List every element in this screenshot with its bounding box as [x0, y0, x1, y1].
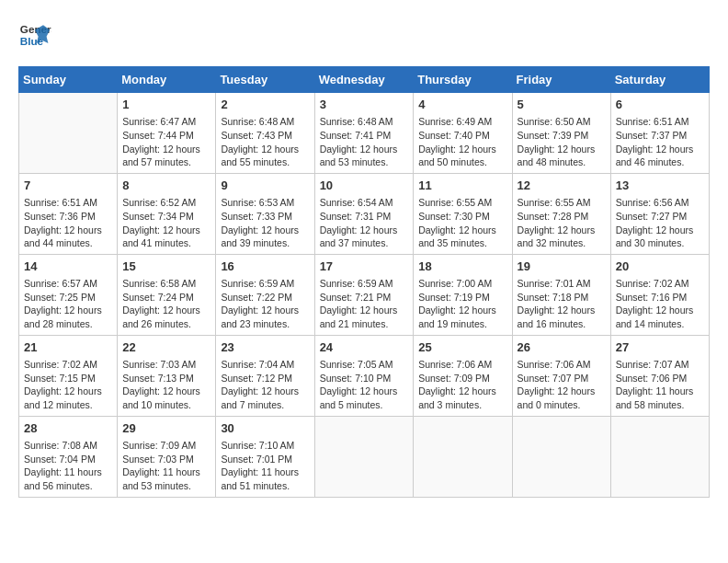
day-number: 9: [221, 178, 309, 194]
day-info: Sunset: 7:04 PM: [24, 453, 112, 466]
day-info: Sunrise: 6:53 AM: [221, 196, 309, 210]
day-info: Sunrise: 7:04 AM: [221, 358, 309, 372]
calendar-cell: 24Sunrise: 7:05 AMSunset: 7:10 PMDayligh…: [314, 335, 414, 416]
calendar-table: SundayMondayTuesdayWednesdayThursdayFrid…: [18, 66, 710, 498]
day-info: Sunrise: 7:01 AM: [518, 277, 606, 291]
calendar-cell: 7Sunrise: 6:51 AMSunset: 7:36 PMDaylight…: [19, 173, 118, 254]
day-info: Sunrise: 7:06 AM: [418, 358, 506, 372]
weekday-header-saturday: Saturday: [610, 67, 709, 93]
calendar-cell: 14Sunrise: 6:57 AMSunset: 7:25 PMDayligh…: [19, 254, 118, 335]
calendar-cell: 18Sunrise: 7:00 AMSunset: 7:19 PMDayligh…: [414, 254, 512, 335]
day-info: Daylight: 12 hours and 48 minutes.: [518, 143, 606, 169]
day-info: Sunrise: 7:10 AM: [221, 439, 309, 453]
day-info: Sunset: 7:39 PM: [518, 129, 606, 143]
calendar-cell: 3Sunrise: 6:48 AMSunset: 7:41 PMDaylight…: [314, 93, 414, 174]
weekday-header-monday: Monday: [118, 67, 216, 93]
calendar-cell: 21Sunrise: 7:02 AMSunset: 7:15 PMDayligh…: [19, 335, 118, 416]
day-info: Sunset: 7:16 PM: [616, 291, 704, 304]
calendar-cell: 25Sunrise: 7:06 AMSunset: 7:09 PMDayligh…: [414, 335, 512, 416]
weekday-header-friday: Friday: [512, 67, 610, 93]
day-info: Sunset: 7:36 PM: [24, 210, 112, 224]
day-info: Daylight: 12 hours and 19 minutes.: [418, 304, 506, 330]
day-info: Daylight: 12 hours and 21 minutes.: [320, 304, 409, 330]
day-info: Daylight: 12 hours and 23 minutes.: [221, 304, 309, 330]
day-info: Daylight: 12 hours and 10 minutes.: [122, 385, 210, 411]
day-number: 19: [518, 259, 606, 275]
day-number: 28: [24, 420, 112, 437]
day-info: Sunrise: 6:47 AM: [122, 115, 210, 129]
day-number: 17: [320, 259, 409, 275]
day-info: Sunset: 7:27 PM: [616, 210, 704, 224]
day-number: 7: [24, 178, 112, 194]
day-info: Sunrise: 6:57 AM: [24, 277, 112, 291]
day-info: Sunset: 7:37 PM: [616, 129, 704, 143]
day-info: Sunset: 7:28 PM: [518, 210, 606, 224]
day-info: Daylight: 12 hours and 44 minutes.: [24, 224, 112, 250]
day-number: 6: [616, 97, 704, 113]
day-info: Sunrise: 6:56 AM: [616, 196, 704, 210]
day-number: 25: [418, 339, 506, 356]
day-info: Daylight: 12 hours and 55 minutes.: [221, 143, 309, 169]
day-number: 24: [320, 339, 409, 356]
calendar-cell: 8Sunrise: 6:52 AMSunset: 7:34 PMDaylight…: [118, 173, 216, 254]
day-number: 15: [122, 259, 210, 275]
calendar-cell: 23Sunrise: 7:04 AMSunset: 7:12 PMDayligh…: [216, 335, 314, 416]
day-number: 12: [518, 178, 606, 194]
day-info: Sunrise: 6:51 AM: [616, 115, 704, 129]
calendar-cell: 11Sunrise: 6:55 AMSunset: 7:30 PMDayligh…: [414, 173, 512, 254]
day-info: Sunrise: 7:02 AM: [24, 358, 112, 372]
day-info: Daylight: 11 hours and 56 minutes.: [24, 465, 112, 492]
day-info: Sunrise: 6:50 AM: [518, 115, 606, 129]
day-info: Sunrise: 6:58 AM: [122, 277, 210, 291]
calendar-cell: 27Sunrise: 7:07 AMSunset: 7:06 PMDayligh…: [610, 335, 709, 416]
calendar-cell: 10Sunrise: 6:54 AMSunset: 7:31 PMDayligh…: [314, 173, 414, 254]
day-number: 26: [518, 339, 606, 356]
calendar-cell: 28Sunrise: 7:08 AMSunset: 7:04 PMDayligh…: [19, 416, 118, 497]
day-info: Sunset: 7:25 PM: [24, 291, 112, 304]
calendar-cell: 17Sunrise: 6:59 AMSunset: 7:21 PMDayligh…: [314, 254, 414, 335]
day-info: Sunrise: 7:03 AM: [122, 358, 210, 372]
calendar-cell: 2Sunrise: 6:48 AMSunset: 7:43 PMDaylight…: [216, 93, 314, 174]
day-info: Sunset: 7:34 PM: [122, 210, 210, 224]
weekday-header-thursday: Thursday: [414, 67, 512, 93]
day-number: 29: [122, 420, 210, 437]
day-info: Daylight: 12 hours and 5 minutes.: [320, 385, 409, 411]
day-info: Sunset: 7:24 PM: [122, 291, 210, 304]
day-info: Sunset: 7:12 PM: [221, 372, 309, 385]
calendar-cell: 12Sunrise: 6:55 AMSunset: 7:28 PMDayligh…: [512, 173, 610, 254]
day-info: Sunrise: 7:05 AM: [320, 358, 409, 372]
day-info: Daylight: 12 hours and 26 minutes.: [122, 304, 210, 330]
day-number: 11: [418, 178, 506, 194]
day-number: 8: [122, 178, 210, 194]
day-info: Sunset: 7:33 PM: [221, 210, 309, 224]
day-info: Sunset: 7:03 PM: [122, 453, 210, 466]
day-info: Daylight: 12 hours and 28 minutes.: [24, 304, 112, 330]
day-info: Daylight: 12 hours and 37 minutes.: [320, 224, 409, 250]
day-info: Sunrise: 6:48 AM: [221, 115, 309, 129]
day-info: Sunset: 7:01 PM: [221, 453, 309, 466]
calendar-cell: 22Sunrise: 7:03 AMSunset: 7:13 PMDayligh…: [118, 335, 216, 416]
calendar-cell: [512, 416, 610, 497]
day-info: Sunset: 7:40 PM: [418, 129, 506, 143]
calendar-cell: 6Sunrise: 6:51 AMSunset: 7:37 PMDaylight…: [610, 93, 709, 174]
day-info: Sunrise: 7:02 AM: [616, 277, 704, 291]
day-info: Sunrise: 6:59 AM: [320, 277, 409, 291]
day-info: Sunset: 7:31 PM: [320, 210, 409, 224]
page-header: General Blue: [18, 18, 710, 52]
calendar-cell: [610, 416, 709, 497]
day-info: Daylight: 12 hours and 57 minutes.: [122, 143, 210, 169]
calendar-cell: 20Sunrise: 7:02 AMSunset: 7:16 PMDayligh…: [610, 254, 709, 335]
day-info: Daylight: 12 hours and 12 minutes.: [24, 385, 112, 411]
day-info: Sunset: 7:06 PM: [616, 372, 704, 385]
calendar-cell: 15Sunrise: 6:58 AMSunset: 7:24 PMDayligh…: [118, 254, 216, 335]
day-number: 1: [122, 97, 210, 113]
day-number: 4: [418, 97, 506, 113]
day-info: Sunrise: 6:54 AM: [320, 196, 409, 210]
day-number: 5: [518, 97, 606, 113]
day-info: Sunset: 7:07 PM: [518, 372, 606, 385]
day-info: Sunset: 7:10 PM: [320, 372, 409, 385]
day-info: Daylight: 12 hours and 50 minutes.: [418, 143, 506, 169]
day-info: Daylight: 12 hours and 39 minutes.: [221, 224, 309, 250]
day-number: 10: [320, 178, 409, 194]
calendar-cell: 1Sunrise: 6:47 AMSunset: 7:44 PMDaylight…: [118, 93, 216, 174]
